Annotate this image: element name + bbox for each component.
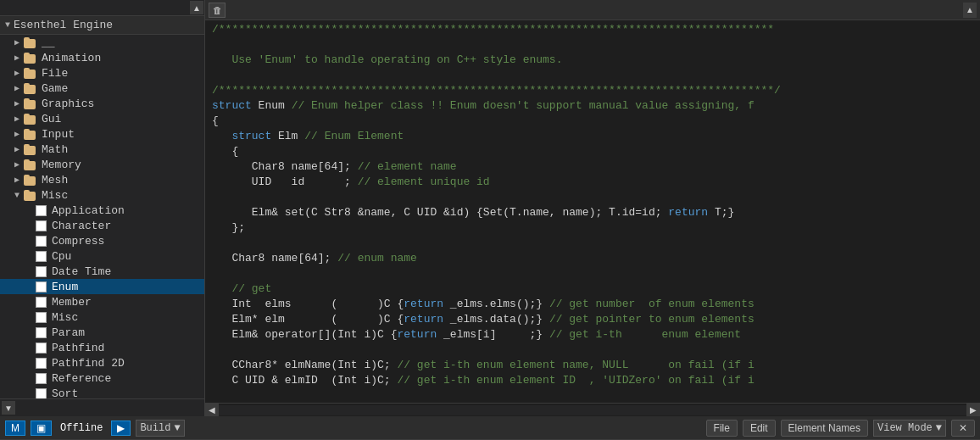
item-label: Application [52,204,125,217]
sidebar-item-character[interactable]: Character [0,218,204,233]
sidebar-item-application[interactable]: Application [0,203,204,218]
file-icon [36,358,47,369]
folder-arrow: ▶ [12,114,22,124]
item-label: Mesh [42,174,68,187]
folder-arrow: ▶ [12,129,22,139]
file-icon [36,327,47,338]
item-label: Misc [52,311,78,324]
edit-button[interactable]: Edit [743,420,776,437]
sidebar-item-math[interactable]: ▶Math [0,142,204,157]
sidebar-header[interactable]: ▼ Esenthel Engine [0,16,204,35]
file-icon [36,312,47,323]
sidebar-item-graphics[interactable]: ▶Graphics [0,96,204,111]
item-label: Animation [42,52,101,64]
file-icon [36,266,47,277]
sidebar-item-file[interactable]: ▶File [0,65,204,81]
folder-arrow: ▶ [12,159,22,170]
sidebar-item-animation[interactable]: ▶Animation [0,50,204,65]
item-label: Misc [42,189,68,202]
folder-icon [24,175,37,186]
file-icon [36,373,47,384]
sidebar-item-sort[interactable]: Sort [0,386,204,398]
sidebar-item-gui[interactable]: ▶Gui [0,111,204,126]
sidebar-scroll-up-button[interactable]: ▲ [190,1,203,14]
sidebar-item-misc[interactable]: ▼Misc [0,187,204,203]
main-area: ▲ ▼ Esenthel Engine ▶__▶Animation▶File▶G… [0,0,980,416]
folder-arrow: ▼ [12,191,22,200]
file-icon [36,297,47,308]
build-arrow: ▼ [174,422,180,434]
sidebar-item-game[interactable]: ▶Game [0,81,204,96]
folder-arrow: ▶ [12,83,22,93]
sidebar-item-cpu[interactable]: Cpu [0,248,204,264]
sidebar-tree[interactable]: ▶__▶Animation▶File▶Game▶Graphics▶Gui▶Inp… [0,35,204,398]
code-content: /***************************************… [212,22,973,388]
sidebar-item-__[interactable]: ▶__ [0,35,204,50]
sidebar-item-param[interactable]: Param [0,325,204,340]
item-label: Cpu [52,250,71,263]
item-label: Enum [52,281,78,293]
file-icon [36,251,47,262]
root-label: Esenthel Engine [14,19,113,31]
item-label: Pathfind [52,342,104,354]
view-mode-arrow: ▼ [936,422,942,434]
sidebar-item-misc[interactable]: Misc [0,309,204,325]
sidebar-item-mesh[interactable]: ▶Mesh [0,172,204,187]
folder-arrow: ▶ [12,175,22,185]
m-button[interactable]: M [5,421,25,436]
code-editor[interactable]: /***************************************… [205,20,980,403]
item-label: Game [42,82,68,95]
play-button[interactable]: ▶ [111,421,131,436]
sidebar-item-input[interactable]: ▶Input [0,126,204,142]
item-label: Sort [52,387,78,399]
folder-arrow: ▶ [12,68,22,78]
item-label: Date Time [52,265,111,278]
item-label: Pathfind 2D [52,357,125,370]
file-button[interactable]: File [706,420,738,437]
sidebar-scroll-bottom: ▼ [0,398,204,416]
scroll-track[interactable] [219,405,966,415]
sidebar-item-pathfind[interactable]: Pathfind [0,340,204,355]
folder-icon [24,68,37,79]
folder-arrow: ▶ [12,98,22,109]
file-icon [36,281,47,292]
sidebar-item-reference[interactable]: Reference [0,370,204,386]
sidebar-item-pathfind-2d[interactable]: Pathfind 2D [0,355,204,370]
horizontal-scrollbar: ◀ ▶ [205,403,980,416]
scroll-left-button[interactable]: ◀ [205,404,219,417]
folder-arrow: ▶ [12,37,22,47]
item-label: Memory [42,159,81,171]
build-label: Build [140,422,170,434]
item-label: File [42,67,68,80]
item-label: Gui [42,113,61,125]
file-icon [36,236,47,247]
scroll-right-btn[interactable]: ▲ [963,3,977,18]
folder-icon [24,159,37,170]
delete-button[interactable]: 🗑 [209,3,226,18]
file-icon [36,388,47,399]
sidebar-item-member[interactable]: Member [0,294,204,309]
folder-icon [24,190,37,201]
build-dropdown[interactable]: Build ▼ [136,420,184,437]
sidebar-item-compress[interactable]: Compress [0,233,204,248]
sidebar-item-date-time[interactable]: Date Time [0,264,204,279]
sidebar-scroll-top: ▲ [0,0,204,16]
monitor-button[interactable]: ▣ [31,421,52,436]
item-label: Math [42,143,68,156]
sidebar-scroll-down-button[interactable]: ▼ [2,401,15,415]
root-arrow: ▼ [5,20,10,30]
close-button[interactable]: ✕ [951,420,975,437]
folder-icon [24,83,37,94]
folder-arrow: ▶ [12,53,22,63]
item-label: Reference [52,372,111,385]
sidebar-item-memory[interactable]: ▶Memory [0,157,204,172]
folder-arrow: ▶ [12,144,22,154]
element-names-button[interactable]: Element Names [781,420,868,437]
sidebar-item-enum[interactable]: Enum [0,279,204,294]
view-mode-dropdown[interactable]: View Mode ▼ [873,420,946,437]
scroll-right-button[interactable]: ▶ [966,404,980,417]
folder-icon [24,144,37,155]
bottom-toolbar: M ▣ Offline ▶ Build ▼ File Edit Element … [0,416,980,440]
file-icon [36,205,47,216]
item-label: Character [52,220,111,232]
